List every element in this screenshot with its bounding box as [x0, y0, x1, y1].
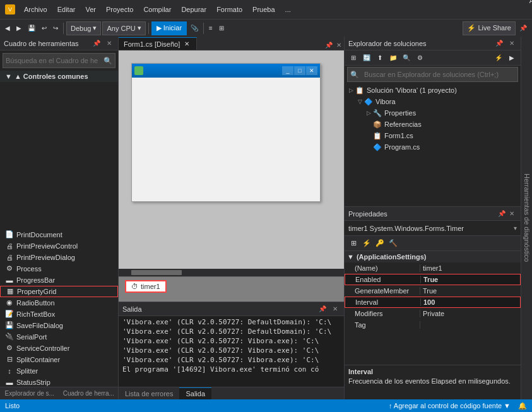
menu-archivo[interactable]: Archivo [20, 4, 51, 15]
sol-tb-5[interactable]: 🔍 [400, 52, 413, 64]
toolbar-fwd[interactable]: ▶ [14, 21, 24, 35]
doc-tab-form1[interactable]: Form1.cs [Diseño] ✕ [119, 37, 197, 50]
toolbox-item-printdocument[interactable]: 📄 PrintDocument [0, 229, 118, 240]
sol-pin-btn[interactable]: 📌 [494, 38, 504, 49]
toolbar-undo[interactable]: ↩ [39, 21, 49, 35]
props-pin-btn[interactable]: 📌 [497, 209, 507, 219]
tab-error-list[interactable]: Lista de errores [119, 387, 179, 399]
toolbar-pin[interactable]: 📌 [517, 21, 529, 35]
toolbar-save[interactable]: 💾 [25, 21, 38, 35]
notification-bell[interactable]: 🔔 [518, 402, 527, 410]
menu-analizar[interactable]: Analizar [526, 0, 532, 6]
menu-editar[interactable]: Editar [54, 4, 80, 15]
tree-toggle-0[interactable]: ▷ [347, 86, 355, 94]
tree-item-0[interactable]: ▷ 📋 Solución 'Vibora' (1 proyecto) [345, 85, 521, 96]
toolbox-item-statusstrip[interactable]: ▬ StatusStrip [0, 377, 118, 387]
toolbox-item-progressbar[interactable]: ▬ ProgressBar [0, 274, 118, 286]
tree-item-3[interactable]: 📦 Referencias [345, 119, 521, 130]
doc-tab-close-btn[interactable]: ✕ [182, 40, 191, 49]
menu-more[interactable]: ... [281, 4, 295, 15]
props-tb-events[interactable]: 🔨 [387, 237, 399, 250]
toolbox-item-radiobutton[interactable]: ◉ RadioButton [0, 297, 118, 309]
props-row-tag[interactable]: Tag [345, 319, 521, 331]
toolbar-attach[interactable]: 📎 [188, 21, 201, 35]
toolbar-redo[interactable]: ↪ [50, 21, 61, 35]
props-row-interval[interactable]: Interval 100 [345, 297, 521, 308]
source-control-btn[interactable]: ↑ Agregar al control de código fuente ▼ [389, 402, 511, 409]
toolbox-item-printpreviewdialog[interactable]: 🖨 PrintPreviewDialog [0, 252, 118, 263]
output-pin-btn[interactable]: 📌 [317, 304, 328, 314]
props-tb-categorized[interactable]: ⊞ [347, 237, 360, 250]
timer-component[interactable]: ⏱ timer1 [125, 280, 167, 293]
sol-tb-6[interactable]: ⚙ [413, 52, 426, 64]
designer-area[interactable]: _ □ ✕ [119, 50, 344, 276]
menu-compilar[interactable]: Compilar [139, 4, 175, 15]
designer-form[interactable]: _ □ ✕ [131, 63, 321, 202]
debug-dropdown[interactable]: Debug ▾ [66, 21, 101, 35]
toolbox-item-richtextbox[interactable]: 📝 RichTextBox [0, 309, 118, 320]
toolbox-item-splitcontainer[interactable]: ⊟ SplitContainer [0, 354, 118, 365]
sol-tb-7[interactable]: ⚡ [492, 52, 505, 64]
category-label: (ApplicationSettings) [357, 253, 427, 261]
menu-depurar[interactable]: Depurar [177, 4, 210, 15]
solution-search-input[interactable] [362, 71, 517, 78]
props-row--name-[interactable]: (Name) timer1 [345, 262, 521, 274]
tab-toolbox[interactable]: Cuadro de herra... [59, 387, 119, 399]
menu-ver[interactable]: Ver [81, 4, 100, 15]
toolbox-item-propertygrid[interactable]: ▦ PropertyGrid [0, 286, 118, 297]
toolbox-pin-btn[interactable]: 📌 [92, 38, 102, 49]
toolbox-item-savefiledialog[interactable]: 💾 SaveFileDialog [0, 320, 118, 331]
tree-item-2[interactable]: ▷ 🔧 Properties [345, 107, 521, 119]
toolbox-item-printpreviewcontrol[interactable]: 🖨 PrintPreviewControl [0, 240, 118, 252]
output-content: 'Vibora.exe' (CLR v2.0.50727: DefaultDom… [119, 316, 344, 387]
form-min-btn[interactable]: _ [282, 66, 293, 75]
h-scrollbar[interactable] [119, 269, 344, 276]
toolbox-section-common[interactable]: ▼ ▲ Controles comunes [0, 71, 118, 82]
tab-solution-explorer[interactable]: Explorador de s... [0, 387, 59, 399]
start-button[interactable]: ▶ Iniciar [151, 21, 187, 35]
toolbox-search-box: 🔍 [3, 53, 115, 68]
liveshare-button[interactable]: ⚡ Live Share [463, 21, 516, 35]
sol-tb-1[interactable]: ⊞ [347, 52, 360, 64]
tree-item-4[interactable]: 📋 Form1.cs [345, 130, 521, 141]
props-row-generatemember[interactable]: GenerateMember True [345, 285, 521, 297]
h-scrollbar-thumb[interactable] [131, 270, 182, 275]
props-object-selector[interactable]: timer1 System.Windows.Forms.Timer ▾ [345, 221, 521, 236]
toolbox-item-splitter[interactable]: ↕ Splitter [0, 365, 118, 377]
toolbox-item-serialport[interactable]: 🔌 SerialPort [0, 331, 118, 343]
form-close-btn[interactable]: ✕ [306, 66, 317, 75]
toolbox-search-input[interactable] [3, 57, 101, 64]
tab-output[interactable]: Salida [179, 387, 211, 399]
diagnostics-sidebar[interactable]: Herramientas de diagnóstico [521, 37, 532, 399]
props-tb-alphabetical[interactable]: ⚡ [360, 237, 373, 250]
toolbar-back[interactable]: ◀ [3, 21, 13, 35]
form-max-btn[interactable]: □ [294, 66, 305, 75]
tree-item-1[interactable]: ▽ 🔷 Vibora [345, 96, 521, 107]
sol-tb-2[interactable]: 🔄 [360, 52, 373, 64]
tree-toggle-1[interactable]: ▽ [356, 98, 364, 105]
sol-close-btn[interactable]: ✕ [507, 38, 517, 49]
designer-close-btn[interactable]: ✕ [334, 40, 344, 50]
tree-toggle-2[interactable]: ▷ [365, 109, 372, 117]
sol-tb-3[interactable]: ⬆ [374, 52, 386, 64]
toolbox-item-servicecontroller[interactable]: ⚙ ServiceController [0, 343, 118, 354]
cpu-dropdown[interactable]: Any CPU ▾ [102, 21, 145, 35]
menu-proyecto[interactable]: Proyecto [102, 4, 137, 15]
tree-item-5[interactable]: 🔷 Program.cs [345, 141, 521, 153]
menu-prueba[interactable]: Prueba [249, 4, 278, 15]
props-category-application[interactable]: ▼ (ApplicationSettings) [345, 251, 521, 262]
output-close-btn[interactable]: ✕ [330, 304, 340, 314]
sol-tb-8[interactable]: ▶ [505, 52, 518, 64]
sol-tb-4[interactable]: 📁 [387, 52, 399, 64]
props-close-btn[interactable]: ✕ [507, 209, 517, 219]
props-row-enabled[interactable]: Enabled True [345, 274, 521, 285]
props-row-modifiers[interactable]: Modifiers Private [345, 308, 521, 319]
props-dropdown-icon[interactable]: ▾ [514, 225, 517, 232]
designer-pin-btn[interactable]: 📌 [324, 40, 334, 50]
props-tb-properties[interactable]: 🔑 [374, 237, 386, 250]
toolbar-extra2[interactable]: ⊞ [216, 21, 227, 35]
toolbox-item-process[interactable]: ⚙ Process [0, 263, 118, 274]
toolbox-close-btn[interactable]: ✕ [104, 38, 114, 49]
menu-formato[interactable]: Formato [213, 4, 246, 15]
toolbar-extra1[interactable]: ≡ [206, 21, 215, 35]
